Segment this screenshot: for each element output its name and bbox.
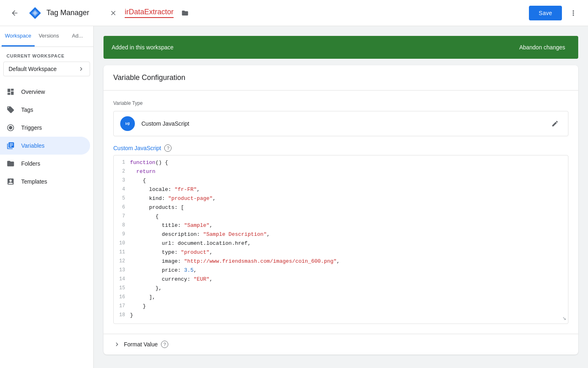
chevron-right-icon bbox=[113, 341, 121, 348]
overview-icon bbox=[7, 88, 15, 96]
current-workspace-label: CURRENT WORKSPACE bbox=[0, 47, 93, 62]
status-banner-text: Added in this workspace bbox=[112, 44, 174, 51]
sidebar-tabs: Workspace Versions Ad... bbox=[0, 26, 93, 47]
tab-workspace[interactable]: Workspace bbox=[2, 26, 35, 47]
code-line: 13 price: 3.5, bbox=[114, 266, 568, 275]
sidebar-item-triggers[interactable]: Triggers bbox=[0, 119, 90, 137]
main-layout: Workspace Versions Ad... CURRENT WORKSPA… bbox=[0, 26, 588, 368]
variable-type-left: Custom JavaScript bbox=[120, 116, 189, 131]
custom-js-label-row: Custom JavaScript ? bbox=[113, 144, 568, 152]
code-editor[interactable]: 1function() { 2 return 3 { 4 locale: "fr… bbox=[113, 155, 568, 324]
tags-label: Tags bbox=[21, 106, 33, 113]
edit-variable-type-button[interactable] bbox=[548, 117, 562, 130]
more-options-button[interactable] bbox=[565, 5, 581, 21]
code-line: 3 { bbox=[114, 177, 568, 186]
format-value-label: Format Value bbox=[124, 341, 158, 348]
top-bar-left: Tag Manager bbox=[7, 5, 100, 21]
code-line: 1function() { bbox=[114, 159, 568, 168]
code-line: 2 return bbox=[114, 168, 568, 177]
code-line: 11 type: "product", bbox=[114, 248, 568, 257]
folder-button[interactable] bbox=[178, 7, 192, 20]
code-line: 5 kind: "product-page", bbox=[114, 195, 568, 204]
chevron-right-icon bbox=[77, 65, 85, 73]
variable-type-label: Variable Type bbox=[113, 100, 568, 106]
code-line: 8 title: "Sample", bbox=[114, 222, 568, 231]
workspace-name: Default Workspace bbox=[9, 66, 57, 72]
config-card-title: Variable Configuration bbox=[113, 73, 568, 82]
sidebar-item-folders[interactable]: Folders bbox=[0, 155, 90, 173]
back-button[interactable] bbox=[7, 5, 23, 21]
js-icon bbox=[120, 116, 135, 131]
templates-icon bbox=[7, 177, 15, 186]
code-line: 15 }, bbox=[114, 284, 568, 293]
variable-type-name: Custom JavaScript bbox=[141, 120, 189, 127]
code-line: 17 } bbox=[114, 302, 568, 311]
overview-label: Overview bbox=[21, 89, 45, 95]
code-line: 7 { bbox=[114, 213, 568, 222]
code-line: 14 currency: "EUR", bbox=[114, 275, 568, 284]
tab-versions[interactable]: Versions bbox=[35, 26, 63, 47]
logo[interactable]: Tag Manager bbox=[28, 6, 89, 20]
folders-icon bbox=[7, 160, 15, 168]
format-value-row[interactable]: Format Value ? bbox=[104, 334, 578, 355]
save-button[interactable]: Save bbox=[529, 6, 562, 20]
logo-icon bbox=[28, 6, 42, 20]
variable-name[interactable]: irDataExtractor bbox=[125, 8, 174, 18]
close-button[interactable] bbox=[107, 7, 120, 20]
variables-label: Variables bbox=[21, 142, 44, 149]
triggers-label: Triggers bbox=[21, 124, 42, 131]
sidebar-item-overview[interactable]: Overview bbox=[0, 83, 90, 101]
code-lines: 1function() { 2 return 3 { 4 locale: "fr… bbox=[114, 155, 568, 324]
tab-admin[interactable]: Ad... bbox=[63, 26, 92, 47]
resize-handle[interactable]: ↘ bbox=[562, 314, 566, 322]
config-card-header: Variable Configuration bbox=[104, 65, 578, 91]
code-line: 9 description: "Sample Description", bbox=[114, 231, 568, 239]
top-bar-middle: irDataExtractor bbox=[100, 7, 529, 20]
code-line: 12 image: "http://www.friendsmash.com/im… bbox=[114, 257, 568, 266]
app-title: Tag Manager bbox=[46, 9, 89, 17]
code-line: 16 ], bbox=[114, 293, 568, 302]
variables-icon bbox=[7, 142, 15, 150]
tags-icon bbox=[7, 106, 15, 114]
code-line: 6 products: [ bbox=[114, 204, 568, 213]
custom-js-label: Custom JavaScript bbox=[113, 145, 161, 151]
sidebar-item-tags[interactable]: Tags bbox=[0, 101, 90, 119]
templates-label: Templates bbox=[21, 178, 47, 185]
top-bar-right: Save bbox=[529, 5, 581, 21]
folders-label: Folders bbox=[21, 160, 40, 167]
config-card: Variable Configuration Variable Type Cus… bbox=[104, 65, 578, 355]
config-section: Variable Type Custom JavaScript Custom J… bbox=[104, 91, 578, 334]
code-line: 10 url: document.location.href, bbox=[114, 239, 568, 248]
sidebar-item-variables[interactable]: Variables bbox=[0, 137, 90, 155]
status-banner: Added in this workspace Abandon changes bbox=[104, 36, 578, 59]
triggers-icon bbox=[7, 124, 15, 132]
format-value-help-icon[interactable]: ? bbox=[161, 341, 168, 348]
top-bar: Tag Manager irDataExtractor Save bbox=[0, 0, 588, 26]
sidebar-item-templates[interactable]: Templates bbox=[0, 173, 90, 191]
variable-type-box: Custom JavaScript bbox=[113, 111, 568, 136]
sidebar: Workspace Versions Ad... CURRENT WORKSPA… bbox=[0, 26, 94, 368]
code-line: 18} bbox=[114, 311, 568, 320]
workspace-selector[interactable]: Default Workspace bbox=[3, 62, 90, 76]
help-icon[interactable]: ? bbox=[164, 144, 172, 152]
svg-point-3 bbox=[9, 126, 12, 129]
abandon-changes-button[interactable]: Abandon changes bbox=[514, 42, 570, 53]
content-area: Added in this workspace Abandon changes … bbox=[94, 26, 588, 368]
code-line: 4 locale: "fr-FR", bbox=[114, 186, 568, 195]
